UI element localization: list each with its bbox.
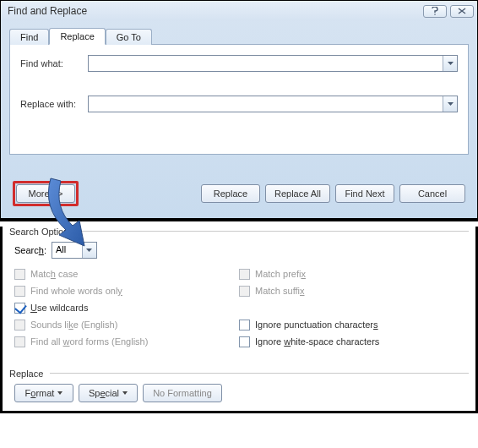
find-what-dropdown[interactable] xyxy=(443,56,457,71)
sounds-like-label: Sounds like (English) xyxy=(30,320,117,330)
replace-group: Replace Format Special No Formatting xyxy=(9,369,469,402)
search-direction-label: Search: xyxy=(14,245,46,255)
button-row: More >> Replace Replace All Find Next Ca… xyxy=(13,181,465,206)
replace-with-combo[interactable] xyxy=(88,96,458,112)
more-button[interactable]: More >> xyxy=(16,184,75,203)
wildcards-checkbox[interactable] xyxy=(14,303,25,314)
match-suffix-label: Match suffix xyxy=(255,286,305,296)
find-replace-dialog: Find and Replace Find Replace Go To Find… xyxy=(0,0,478,221)
close-button[interactable] xyxy=(450,5,474,18)
match-case-label: Match case xyxy=(30,269,78,279)
search-direction-value: All xyxy=(52,243,82,258)
format-button[interactable]: Format xyxy=(14,384,73,402)
match-prefix-checkbox[interactable] xyxy=(239,269,250,280)
search-options-group: Search Options Search: All Match case Fi… xyxy=(9,227,469,350)
replace-all-button[interactable]: Replace All xyxy=(265,184,330,203)
ignore-punctuation-label: Ignore punctuation characters xyxy=(255,320,378,330)
match-prefix-label: Match prefix xyxy=(255,269,306,279)
replace-with-input[interactable] xyxy=(89,96,443,112)
find-what-label: Find what: xyxy=(20,58,88,68)
more-button-highlight: More >> xyxy=(13,181,79,206)
options-left-column: Match case Find whole words only Use wil… xyxy=(14,265,239,350)
cancel-button[interactable]: Cancel xyxy=(399,184,465,203)
help-button[interactable] xyxy=(423,5,447,18)
find-next-button[interactable]: Find Next xyxy=(335,184,394,203)
tab-find[interactable]: Find xyxy=(9,29,49,45)
replace-with-label: Replace with: xyxy=(20,99,88,109)
sounds-like-checkbox[interactable] xyxy=(14,320,25,331)
ignore-whitespace-label: Ignore white-space characters xyxy=(255,336,379,347)
replace-with-dropdown[interactable] xyxy=(443,96,457,112)
whole-words-label: Find whole words only xyxy=(30,286,122,296)
ignore-whitespace-checkbox[interactable] xyxy=(239,336,250,347)
find-what-combo[interactable] xyxy=(88,55,458,72)
wildcards-label: Use wildcards xyxy=(30,303,88,313)
replace-tab-body: Find what: Replace with: xyxy=(9,45,469,155)
word-forms-label: Find all word forms (English) xyxy=(30,336,148,347)
search-options-title: Search Options xyxy=(9,227,469,237)
tab-replace[interactable]: Replace xyxy=(49,28,105,45)
tab-goto[interactable]: Go To xyxy=(106,29,152,45)
chevron-down-icon xyxy=(57,391,62,395)
dialog-title: Find and Replace xyxy=(4,5,420,17)
options-right-column: Match prefix Match suffix Ignore punctua… xyxy=(239,265,464,350)
word-forms-checkbox[interactable] xyxy=(14,336,25,347)
expanded-options-panel: Search Options Search: All Match case Fi… xyxy=(0,227,478,413)
svg-point-0 xyxy=(434,14,436,15)
search-direction-combo[interactable]: All xyxy=(52,242,97,259)
whole-words-checkbox[interactable] xyxy=(14,286,25,297)
tabs: Find Replace Go To xyxy=(9,25,469,45)
match-case-checkbox[interactable] xyxy=(14,269,25,280)
special-button[interactable]: Special xyxy=(79,384,138,402)
find-what-input[interactable] xyxy=(89,56,443,71)
search-direction-dropdown[interactable] xyxy=(82,243,96,258)
replace-button[interactable]: Replace xyxy=(201,184,260,203)
chevron-down-icon xyxy=(122,391,128,395)
ignore-punctuation-checkbox[interactable] xyxy=(239,320,250,331)
match-suffix-checkbox[interactable] xyxy=(239,286,250,297)
titlebar: Find and Replace xyxy=(1,1,477,21)
no-formatting-button[interactable]: No Formatting xyxy=(143,384,222,402)
replace-group-title: Replace xyxy=(9,369,469,379)
